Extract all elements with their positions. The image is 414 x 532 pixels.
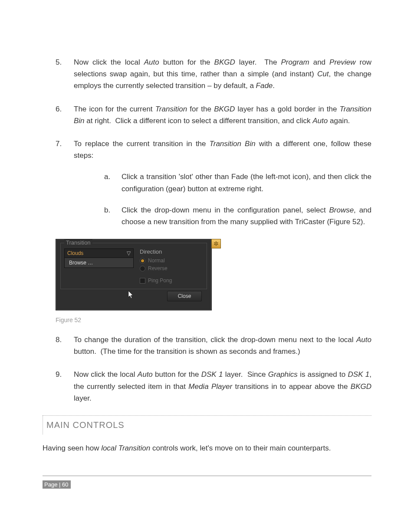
sub-letter: a. <box>104 171 110 183</box>
sub-item-b: b. Click the drop-down menu in the confi… <box>104 204 371 228</box>
radio-normal[interactable]: Normal <box>140 258 172 264</box>
list-number: 6. <box>56 103 62 115</box>
checkbox-icon <box>140 278 145 284</box>
fieldset-legend: Transition <box>64 239 92 246</box>
list-text: To change the duration of the transition… <box>74 336 371 356</box>
gear-icon[interactable]: ✲ <box>211 239 221 248</box>
ordered-list-continued: 8. To change the duration of the transit… <box>43 334 371 404</box>
list-item-9: 9. Now click the local Auto button for t… <box>56 369 371 404</box>
page: 5. Now click the local Auto button for t… <box>0 0 414 532</box>
checkbox-label: Ping Pong <box>148 277 172 284</box>
close-button[interactable]: Close <box>167 291 202 301</box>
figure-caption: Figure 52 <box>56 317 371 323</box>
dropdown-item-browse[interactable]: Browse … <box>65 258 133 268</box>
page-number: Page | 60 <box>43 480 71 489</box>
section-heading: MAIN CONTROLS <box>43 415 371 434</box>
list-text: Now click the local Auto button for the … <box>74 58 371 90</box>
transition-fieldset: Transition Clouds ▽ Browse … Direction <box>60 243 207 289</box>
list-item-5: 5. Now click the local Auto button for t… <box>56 56 371 92</box>
list-text: The icon for the current Transition for … <box>74 105 371 125</box>
list-item-7: 7. To replace the current transition in … <box>56 138 371 228</box>
list-number: 9. <box>56 369 62 380</box>
list-text: To replace the current transition in the… <box>74 140 371 160</box>
panel-footer: Close <box>60 289 207 306</box>
footer-rule <box>43 476 371 476</box>
radio-label: Reverse <box>148 265 168 271</box>
transition-dropdown[interactable]: Clouds ▽ <box>64 248 134 258</box>
sub-letter: b. <box>104 204 110 216</box>
list-number: 5. <box>56 56 62 68</box>
chevron-down-icon: ▽ <box>127 250 131 256</box>
radio-label: Normal <box>148 258 165 264</box>
dropdown-list: Browse … <box>64 258 134 268</box>
sub-item-a: a. Click a transition 'slot' other than … <box>104 171 371 194</box>
transition-panel: ✲ Transition Clouds ▽ Browse … Direct <box>56 239 212 310</box>
ordered-list: 5. Now click the local Auto button for t… <box>43 56 371 228</box>
list-text: Now click the local Auto button for the … <box>74 370 371 402</box>
checkbox-pingpong[interactable]: Ping Pong <box>140 277 172 284</box>
list-number: 7. <box>56 138 62 150</box>
sub-text: Click the drop-down menu in the configur… <box>122 206 371 226</box>
cursor-icon <box>128 290 135 300</box>
list-number: 8. <box>56 334 62 346</box>
radio-icon <box>140 258 145 264</box>
dropdown-selected: Clouds <box>67 250 83 256</box>
direction-label: Direction <box>140 248 172 255</box>
figure-52: ✲ Transition Clouds ▽ Browse … Direct <box>56 239 229 310</box>
list-item-6: 6. The icon for the current Transition f… <box>56 103 371 127</box>
sub-list: a. Click a transition 'slot' other than … <box>74 171 371 228</box>
list-item-8: 8. To change the duration of the transit… <box>56 334 371 357</box>
sub-text: Click a transition 'slot' other than Fad… <box>122 173 371 193</box>
heading-text: MAIN CONTROLS <box>46 420 371 430</box>
radio-reverse[interactable]: Reverse <box>140 265 172 271</box>
radio-icon <box>140 266 145 271</box>
body-paragraph: Having seen how local Transition control… <box>43 442 371 454</box>
